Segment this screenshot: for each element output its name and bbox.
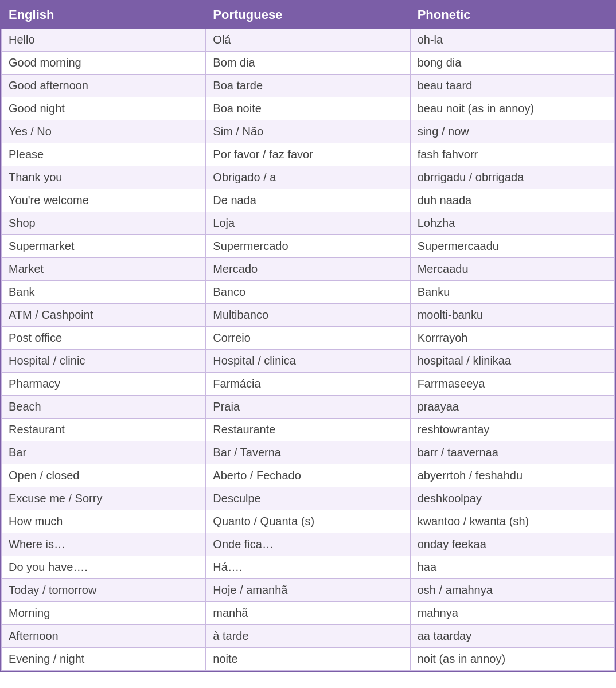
table-row: Good afternoonBoa tardebeau taard [2,75,615,97]
table-row: Afternoonà tardeaa taarday [2,625,615,648]
cell-phonetic: Farrmaseeya [410,373,614,396]
cell-phonetic: abyerrtoh / feshahdu [410,464,614,487]
cell-portuguese: Supermercado [206,235,410,258]
cell-phonetic: duh naada [410,189,614,212]
cell-english: Supermarket [2,235,206,258]
cell-english: ATM / Cashpoint [2,304,206,327]
cell-portuguese: Correio [206,327,410,350]
cell-phonetic: bong dia [410,52,614,75]
cell-phonetic: deshkoolpay [410,487,614,510]
cell-phonetic: mahnya [410,602,614,625]
cell-english: You're welcome [2,189,206,212]
table-row: Morningmanhãmahnya [2,602,615,625]
cell-portuguese: Praia [206,396,410,419]
table-row: BankBancoBanku [2,281,615,304]
table-row: Where is…Onde fica…onday feekaa [2,533,615,556]
cell-phonetic: moolti-banku [410,304,614,327]
cell-phonetic: barr / taavernaa [410,441,614,464]
cell-english: Shop [2,212,206,235]
cell-phonetic: beau taard [410,75,614,97]
cell-english: Beach [2,396,206,419]
table-row: Thank youObrigado / aobrrigadu / obrriga… [2,166,615,189]
table-row: Yes / NoSim / Nãosing / now [2,120,615,143]
header-phonetic: Phonetic [410,2,614,29]
header-english: English [2,2,206,29]
table-row: RestaurantRestaurantereshtowrantay [2,419,615,441]
cell-english: Pharmacy [2,373,206,396]
cell-english: Hospital / clinic [2,350,206,373]
cell-phonetic: reshtowrantay [410,419,614,441]
table-row: Good nightBoa noitebeau noit (as in anno… [2,97,615,120]
cell-portuguese: Hoje / amanhã [206,579,410,602]
cell-phonetic: osh / amahnya [410,579,614,602]
cell-phonetic: Banku [410,281,614,304]
cell-english: Do you have…. [2,556,206,579]
cell-phonetic: sing / now [410,120,614,143]
cell-english: Evening / night [2,648,206,671]
cell-portuguese: Farmácia [206,373,410,396]
cell-phonetic: noit (as in annoy) [410,648,614,671]
cell-portuguese: Sim / Não [206,120,410,143]
cell-portuguese: Multibanco [206,304,410,327]
cell-english: Hello [2,29,206,52]
table-row: HelloOláoh-la [2,29,615,52]
cell-english: Good morning [2,52,206,75]
cell-portuguese: Boa tarde [206,75,410,97]
table-row: BeachPraiapraayaa [2,396,615,419]
table-row: Evening / nightnoitenoit (as in annoy) [2,648,615,671]
table-row: You're welcomeDe nadaduh naada [2,189,615,212]
cell-portuguese: Restaurante [206,419,410,441]
cell-phonetic: obrrigadu / obrrigada [410,166,614,189]
cell-phonetic: onday feekaa [410,533,614,556]
translation-table: English Portuguese Phonetic HelloOláoh-l… [0,0,616,672]
cell-portuguese: Bom dia [206,52,410,75]
cell-english: Yes / No [2,120,206,143]
cell-portuguese: Quanto / Quanta (s) [206,510,410,533]
cell-phonetic: hospitaal / klinikaa [410,350,614,373]
cell-english: Bank [2,281,206,304]
table-row: PharmacyFarmáciaFarrmaseeya [2,373,615,396]
cell-english: Good night [2,97,206,120]
cell-phonetic: Supermercaadu [410,235,614,258]
cell-portuguese: De nada [206,189,410,212]
cell-portuguese: Onde fica… [206,533,410,556]
table-row: ShopLojaLohzha [2,212,615,235]
cell-english: Restaurant [2,419,206,441]
cell-portuguese: Bar / Taverna [206,441,410,464]
cell-english: Open / closed [2,464,206,487]
table-row: BarBar / Tavernabarr / taavernaa [2,441,615,464]
cell-english: Today / tomorrow [2,579,206,602]
table-row: Good morningBom diabong dia [2,52,615,75]
cell-english: How much [2,510,206,533]
table-row: PleasePor favor / faz favorfash fahvorr [2,143,615,166]
cell-phonetic: haa [410,556,614,579]
cell-english: Please [2,143,206,166]
cell-english: Thank you [2,166,206,189]
table-row: MarketMercadoMercaadu [2,258,615,281]
cell-portuguese: Por favor / faz favor [206,143,410,166]
table-row: Excuse me / SorryDesculpedeshkoolpay [2,487,615,510]
cell-phonetic: Mercaadu [410,258,614,281]
table-header-row: English Portuguese Phonetic [2,2,615,29]
cell-phonetic: kwantoo / kwanta (sh) [410,510,614,533]
table-row: Post officeCorreioKorrrayoh [2,327,615,350]
cell-portuguese: Loja [206,212,410,235]
table-row: ATM / CashpointMultibancomoolti-banku [2,304,615,327]
cell-portuguese: à tarde [206,625,410,648]
cell-english: Post office [2,327,206,350]
cell-portuguese: manhã [206,602,410,625]
cell-portuguese: Obrigado / a [206,166,410,189]
header-portuguese: Portuguese [206,2,410,29]
cell-phonetic: beau noit (as in annoy) [410,97,614,120]
table-row: SupermarketSupermercadoSupermercaadu [2,235,615,258]
cell-phonetic: oh-la [410,29,614,52]
cell-portuguese: Banco [206,281,410,304]
cell-english: Excuse me / Sorry [2,487,206,510]
cell-portuguese: Boa noite [206,97,410,120]
cell-phonetic: Lohzha [410,212,614,235]
cell-portuguese: Hospital / clinica [206,350,410,373]
cell-phonetic: fash fahvorr [410,143,614,166]
cell-english: Market [2,258,206,281]
table-row: Today / tomorrowHoje / amanhãosh / amahn… [2,579,615,602]
cell-english: Afternoon [2,625,206,648]
